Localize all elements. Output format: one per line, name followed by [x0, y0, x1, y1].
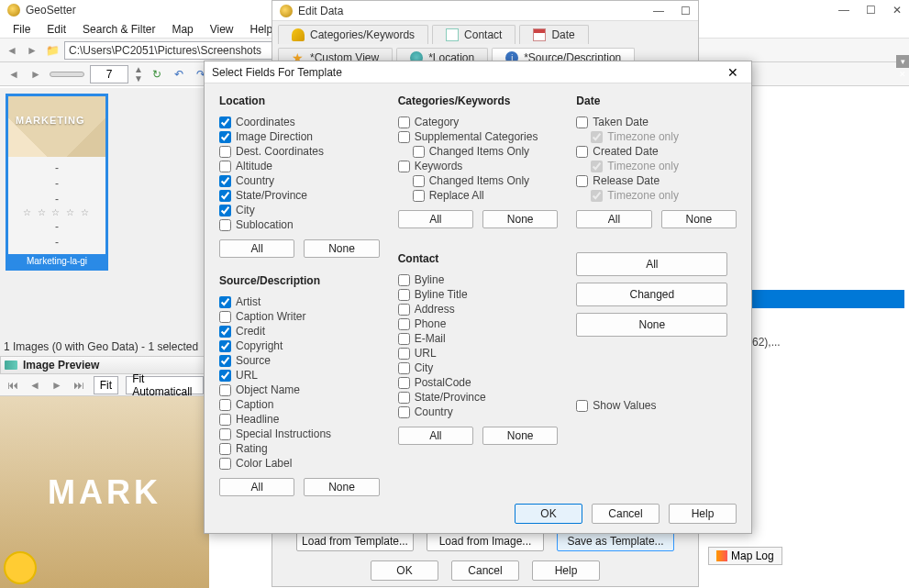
date-none-button[interactable]: None	[661, 210, 737, 228]
checkbox-item[interactable]: Byline	[398, 272, 559, 287]
checkbox-item[interactable]: Replace All	[413, 188, 559, 203]
checkbox-item[interactable]: Image Direction	[219, 129, 380, 144]
map-log-tab[interactable]: Map Log	[708, 547, 782, 565]
thumb-size-spin[interactable]	[90, 65, 128, 83]
maximize-icon[interactable]: ☐	[866, 4, 876, 17]
menu-map[interactable]: Map	[164, 21, 200, 38]
categories-all-button[interactable]: All	[398, 210, 473, 228]
menu-edit[interactable]: Edit	[39, 21, 73, 38]
maximize-icon[interactable]: ☐	[681, 5, 691, 17]
checkbox-item[interactable]: Timezone only	[591, 159, 737, 173]
checkbox-item[interactable]: Phone	[398, 316, 559, 331]
refresh-icon[interactable]: ↻	[149, 66, 165, 83]
checkbox-item[interactable]: Rating	[219, 441, 380, 456]
menu-file[interactable]: File	[6, 21, 38, 38]
checkbox-item[interactable]: Taken Date	[576, 115, 737, 129]
section-location: Location	[219, 94, 380, 107]
checkbox-item[interactable]: City	[398, 361, 559, 375]
checkbox-item[interactable]: Altitude	[219, 159, 380, 173]
checkbox-item[interactable]: Country	[398, 405, 559, 419]
checkbox-item[interactable]: Release Date	[576, 173, 737, 188]
edit-ok-button[interactable]: OK	[371, 560, 438, 581]
checkbox-item[interactable]: State/Province	[398, 390, 559, 405]
checkbox-item[interactable]: URL	[398, 346, 559, 361]
slider[interactable]	[50, 72, 84, 77]
checkbox-item[interactable]: City	[219, 203, 380, 217]
contact-all-button[interactable]: All	[398, 427, 473, 445]
checkbox-item[interactable]: Source	[219, 353, 380, 368]
dialog-help-button[interactable]: Help	[669, 504, 737, 524]
checkbox-item[interactable]: Created Date	[576, 144, 737, 159]
forward-icon[interactable]: ►	[24, 42, 40, 59]
date-all-button[interactable]: All	[576, 210, 651, 228]
checkbox-item[interactable]: Caption	[219, 397, 380, 412]
prev-icon[interactable]: ◄	[6, 66, 22, 83]
tab-categories[interactable]: Categories/Keywords	[278, 25, 428, 44]
checkbox-item[interactable]: Category	[398, 115, 559, 129]
menu-view[interactable]: View	[203, 21, 241, 38]
checkbox-item[interactable]: Headline	[219, 412, 380, 427]
global-all-button[interactable]: All	[576, 252, 727, 276]
global-changed-button[interactable]: Changed	[576, 283, 727, 306]
checkbox-item[interactable]: Country	[219, 173, 380, 188]
fit-label[interactable]: Fit	[94, 376, 118, 394]
save-template-button[interactable]: Save as Template...	[557, 531, 674, 551]
checkbox-item[interactable]: Keywords	[398, 159, 559, 173]
checkbox-item[interactable]: Copyright	[219, 338, 380, 353]
checkbox-item[interactable]: Artist	[219, 294, 380, 309]
checkbox-item[interactable]: Changed Items Only	[413, 144, 559, 159]
edit-help-button[interactable]: Help	[532, 560, 600, 581]
fit-mode-combo[interactable]: Fit Automaticall	[126, 376, 204, 394]
contact-none-button[interactable]: None	[482, 427, 558, 445]
dialog-close-icon[interactable]: ✕	[722, 63, 744, 82]
location-none-button[interactable]: None	[304, 239, 379, 258]
checkbox-item[interactable]: Credit	[219, 324, 380, 338]
checkbox-item[interactable]: Byline Title	[398, 287, 559, 302]
checkbox-item[interactable]: Coordinates	[219, 115, 380, 129]
contact-checklist: BylineByline TitleAddressPhoneE-MailURLC…	[398, 272, 559, 419]
load-template-button[interactable]: Load from Template...	[296, 531, 414, 551]
checkbox-item[interactable]: Special Instructions	[219, 427, 380, 441]
checkbox-item[interactable]: Color Label	[219, 456, 380, 471]
spin-arrows[interactable]: ▲▼	[134, 65, 143, 83]
minimize-icon[interactable]: —	[653, 5, 664, 17]
dialog-ok-button[interactable]: OK	[515, 504, 582, 524]
show-values-checkbox[interactable]: Show Values	[576, 398, 737, 413]
dialog-cancel-button[interactable]: Cancel	[592, 504, 660, 524]
minimize-icon[interactable]: —	[838, 4, 849, 17]
checkbox-item[interactable]: Timezone only	[591, 129, 737, 144]
checkbox-item[interactable]: Changed Items Only	[413, 173, 559, 188]
tab-date[interactable]: Date	[519, 25, 588, 44]
thumbnail-card[interactable]: MARKETING - - - ☆ ☆ ☆ ☆ ☆ - - Marketing-…	[6, 94, 108, 271]
menu-search[interactable]: Search & Filter	[75, 21, 162, 38]
close-icon[interactable]: ✕	[892, 4, 902, 17]
preview-prev-icon[interactable]: ◄	[28, 379, 42, 392]
location-all-button[interactable]: All	[219, 239, 294, 258]
checkbox-item[interactable]: E-Mail	[398, 331, 559, 346]
checkbox-item[interactable]: Timezone only	[591, 188, 737, 203]
global-none-button[interactable]: None	[576, 313, 727, 337]
tab-contact[interactable]: Contact	[432, 25, 515, 44]
preview-first-icon[interactable]: ⏮	[6, 379, 20, 392]
edit-cancel-button[interactable]: Cancel	[451, 560, 519, 581]
checkbox-item[interactable]: Supplemental Categories	[398, 129, 559, 144]
next-icon[interactable]: ►	[28, 66, 44, 83]
rotate-left-icon[interactable]: ↶	[171, 66, 187, 83]
checkbox-item[interactable]: Dest. Coordinates	[219, 144, 380, 159]
dropdown-marker[interactable]: ▾ ✕	[896, 55, 909, 68]
checkbox-item[interactable]: Caption Writer	[219, 309, 380, 324]
back-icon[interactable]: ◄	[4, 42, 20, 59]
preview-next-icon[interactable]: ►	[50, 379, 64, 392]
categories-none-button[interactable]: None	[482, 210, 558, 228]
checkbox-item[interactable]: URL	[219, 368, 380, 383]
checkbox-item[interactable]: PostalCode	[398, 375, 559, 390]
source-all-button[interactable]: All	[219, 478, 294, 496]
checkbox-item[interactable]: Address	[398, 302, 559, 316]
source-none-button[interactable]: None	[304, 478, 379, 496]
checkbox-item[interactable]: Object Name	[219, 383, 380, 397]
up-icon[interactable]: 📁	[44, 42, 61, 59]
checkbox-item[interactable]: Sublocation	[219, 217, 380, 232]
preview-last-icon[interactable]: ⏭	[72, 379, 86, 392]
load-image-button[interactable]: Load from Image...	[427, 531, 544, 551]
checkbox-item[interactable]: State/Province	[219, 188, 380, 203]
